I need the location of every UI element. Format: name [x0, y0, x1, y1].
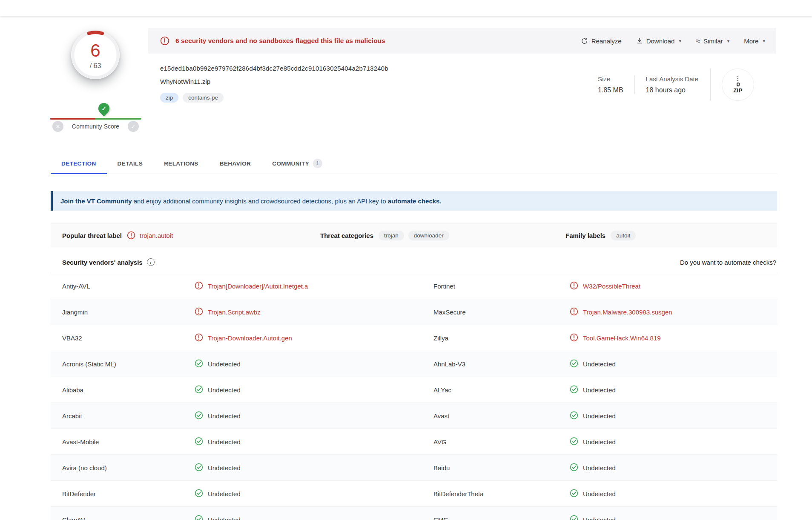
vendor-name: VBA32 [62, 334, 195, 342]
detection-result[interactable]: Undetected [570, 385, 777, 395]
alert-icon [127, 231, 135, 240]
detection-result[interactable]: Undetected [570, 515, 777, 520]
automate-checks-question: Do you want to automate checks? [680, 259, 776, 266]
vendor-name: AhnLab-V3 [433, 360, 570, 368]
check-circle-icon [570, 359, 578, 368]
detection-flag-banner: 6 security vendors and no sandboxes flag… [148, 28, 776, 54]
chevron-down-icon: ▾ [763, 38, 765, 44]
detection-result[interactable]: Trojan-Downloader.Autoit.gen [195, 333, 433, 343]
alert-icon [570, 281, 578, 290]
vendor-name: ClamAV [62, 516, 195, 520]
table-row: Alibaba Undetected ALYac Undetected [51, 377, 777, 403]
detection-result[interactable]: Undetected [570, 463, 777, 473]
alert-icon [570, 333, 578, 342]
reanalyze-icon [581, 37, 588, 45]
table-row: Acronis (Static ML) Undetected AhnLab-V3… [51, 351, 777, 377]
similar-button[interactable]: ≈ Similar▾ [696, 37, 729, 45]
vendor-name: MaxSecure [433, 309, 570, 316]
detection-result[interactable]: Trojan.Malware.300983.susgen [570, 307, 777, 317]
table-row: ClamAV Undetected CMC Undetected [51, 507, 777, 520]
detection-result[interactable]: Undetected [195, 385, 433, 395]
vendor-name: BitDefender [62, 490, 195, 497]
detection-result[interactable]: Undetected [570, 437, 777, 447]
tab-relations[interactable]: RELATIONS [153, 153, 209, 174]
download-button[interactable]: Download▾ [636, 37, 681, 45]
check-circle-icon [570, 437, 578, 446]
detection-score-widget: 6 / 63 ✓ ✕ Community Score ✓ [50, 28, 141, 134]
score-arc [70, 30, 121, 80]
detection-result[interactable]: Tool.GameHack.Win64.819 [570, 333, 777, 343]
table-row: VBA32 Trojan-Downloader.Autoit.gen Zilly… [51, 325, 777, 351]
file-report-header: 6 / 63 ✓ ✕ Community Score ✓ 6 security … [0, 28, 812, 134]
detection-result[interactable]: Undetected [195, 515, 433, 520]
zip-file-icon: ZIP [722, 69, 754, 101]
detection-result[interactable]: Undetected [195, 437, 433, 447]
file-tags: zipcontains-pe [160, 93, 587, 103]
tab-detection[interactable]: DETECTION [51, 153, 107, 174]
file-hash[interactable]: e15ded1ba0b992e979762f286d4bf3dc27e85cdd… [160, 65, 587, 72]
vendor-name: Fortinet [433, 283, 570, 290]
tag-pill[interactable]: contains-pe [183, 93, 224, 103]
file-size-block: Size 1.85 MB [587, 75, 634, 94]
detection-result[interactable]: Undetected [570, 359, 777, 369]
check-circle-icon [195, 463, 203, 471]
detection-result[interactable]: W32/PossibleThreat [570, 281, 777, 291]
check-circle-icon [570, 489, 578, 497]
vendors-analysis-header: Security vendors' analysis i Do you want… [51, 258, 777, 273]
detection-result[interactable]: Undetected [195, 489, 433, 499]
last-analysis-value: 18 hours ago [646, 86, 698, 94]
more-button[interactable]: More▾ [744, 37, 765, 45]
table-row: Arcabit Undetected Avast Undetected [51, 403, 777, 429]
tag-pill[interactable]: trojan [379, 231, 404, 240]
detection-result[interactable]: Undetected [195, 463, 433, 473]
family-labels-label: Family labels [565, 232, 605, 239]
file-summary-card: 6 security vendors and no sandboxes flag… [148, 28, 776, 134]
vendor-name: Alibaba [62, 386, 195, 394]
detection-result[interactable]: Trojan[Downloader]/Autoit.Inetget.a [195, 281, 433, 291]
chevron-down-icon: ▾ [727, 38, 730, 44]
threat-classification-row: Popular threat label trojan.autoit Threa… [51, 223, 777, 247]
vendor-name: AVG [433, 438, 570, 446]
info-icon[interactable]: i [147, 258, 155, 266]
detection-result[interactable]: Trojan.Script.awbz [195, 307, 433, 317]
tag-pill[interactable]: autoit [611, 231, 636, 240]
check-circle-icon [570, 515, 578, 520]
vendor-name: Arcabit [62, 412, 195, 420]
popular-threat-value[interactable]: trojan.autoit [127, 231, 173, 240]
vendor-name: Baidu [433, 464, 570, 471]
tab-behavior[interactable]: BEHAVIOR [209, 153, 261, 174]
top-navigation-bar [0, 0, 812, 16]
reanalyze-button[interactable]: Reanalyze [581, 37, 622, 45]
check-circle-icon [195, 437, 203, 446]
tag-pill[interactable]: zip [160, 93, 178, 103]
detection-result[interactable]: Undetected [195, 359, 433, 369]
join-community-link[interactable]: Join the VT Community [60, 197, 132, 205]
report-tabs: DETECTION DETAILS RELATIONS BEHAVIOR COM… [51, 153, 777, 174]
flag-message: 6 security vendors and no sandboxes flag… [175, 37, 385, 45]
vendor-name: Avast [433, 412, 570, 420]
check-circle-icon [195, 359, 203, 368]
banner-text: and enjoy additional community insights … [132, 197, 388, 205]
detection-score-gauge[interactable]: 6 / 63 [71, 31, 120, 79]
warning-icon [160, 36, 169, 46]
vote-harmless-button[interactable]: ✓ [128, 121, 139, 132]
tab-community[interactable]: COMMUNITY 1 [261, 153, 333, 174]
check-circle-icon [195, 385, 203, 394]
tab-details[interactable]: DETAILS [107, 153, 154, 174]
table-row: Antiy-AVL Trojan[Downloader]/Autoit.Inet… [51, 273, 777, 299]
automate-checks-link[interactable]: automate checks. [388, 197, 442, 205]
vendor-name: BitDefenderTheta [433, 490, 570, 497]
detection-result[interactable]: Undetected [570, 411, 777, 421]
tag-pill[interactable]: downloader [408, 231, 449, 240]
file-size-value: 1.85 MB [598, 86, 623, 94]
community-count-badge: 1 [313, 159, 322, 168]
vendor-name: Antiy-AVL [62, 283, 195, 290]
detection-result[interactable]: Undetected [570, 489, 777, 499]
community-score-bar [50, 118, 141, 120]
vendor-name: ALYac [433, 386, 570, 394]
join-community-banner: Join the VT Community and enjoy addition… [51, 191, 777, 211]
vendor-name: Avira (no cloud) [62, 464, 195, 471]
file-name[interactable]: WhyNotWin11.zip [160, 78, 587, 85]
detection-result[interactable]: Undetected [195, 411, 433, 421]
check-circle-icon [570, 385, 578, 394]
